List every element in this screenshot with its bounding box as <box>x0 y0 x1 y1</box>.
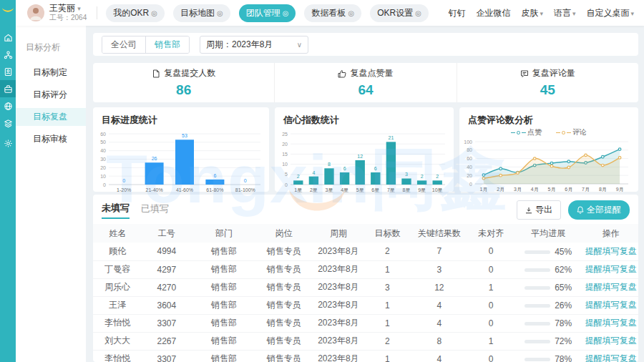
briefcase-icon[interactable] <box>0 80 16 97</box>
svg-text:2: 2 <box>297 174 300 179</box>
action-cell: 提醒填写复盘 <box>584 314 638 332</box>
bell-icon <box>577 206 584 214</box>
table-cell: 顾伦 <box>93 243 142 260</box>
table-cell: 4297 <box>142 260 192 278</box>
chevron-down-icon: ▾ <box>77 5 81 12</box>
svg-text:20: 20 <box>467 173 472 178</box>
target-ring-icon: ◎ <box>217 9 223 17</box>
table-row: 周乐心4270销售部销售专员2023年8月312165%提醒填写复盘 <box>93 278 638 296</box>
svg-text:50: 50 <box>100 140 106 145</box>
progress-bar <box>525 358 550 361</box>
tab-okr-settings[interactable]: OKR设置◎ <box>370 4 429 22</box>
table-cell: 2023年8月 <box>311 332 366 350</box>
menu-custom-desktop[interactable]: 自定义桌面▾ <box>586 7 634 19</box>
tab-filled[interactable]: 已填写 <box>141 202 169 218</box>
table-cell: 3 <box>366 278 409 296</box>
remind-fill-review-link[interactable]: 提醒填写复盘 <box>585 353 637 362</box>
tab-goal-map[interactable]: 目标地图◎ <box>173 4 230 22</box>
legend-likes[interactable]: 点赞 <box>511 127 542 137</box>
sidebar-item-goal-scoring[interactable]: 目标评分 <box>16 86 86 104</box>
svg-text:6: 6 <box>374 166 377 171</box>
column-header: 岗位 <box>257 224 311 243</box>
column-header: 操作 <box>584 224 638 243</box>
stat-review-comments: 复盘评论量 45 <box>457 63 638 102</box>
table-cell: 3307 <box>142 314 192 332</box>
chart-likes-comments: 点赞评论数分析 点赞 评论 0204060801001月2月3月4月5月6月7月… <box>459 107 638 192</box>
sidebar-item-goal-setting[interactable]: 目标制定 <box>16 64 86 82</box>
menu-label: 自定义桌面 <box>586 8 629 18</box>
table-cell: 销售专员 <box>257 260 311 278</box>
menu-wecom[interactable]: 企业微信 <box>476 7 510 19</box>
globe-icon[interactable] <box>0 97 16 114</box>
layers-icon[interactable] <box>0 114 16 132</box>
svg-text:2: 2 <box>436 174 439 179</box>
tab-label: 团队管理 <box>246 7 280 19</box>
user-name: 王芙丽 <box>49 3 75 13</box>
download-icon <box>525 207 532 214</box>
table-cell: 4 <box>409 296 469 314</box>
svg-text:30: 30 <box>100 157 106 162</box>
table-cell: 0 <box>469 296 513 314</box>
svg-text:60: 60 <box>467 156 472 161</box>
remind-fill-review-link[interactable]: 提醒填写复盘 <box>585 282 637 292</box>
target-ring-icon: ◎ <box>151 9 157 17</box>
remind-all-button[interactable]: 全部提醒 <box>568 200 630 220</box>
chart-goal-progress: 目标进度统计 010203040506001-20%2621-40%5341-6… <box>93 107 269 192</box>
chart-legend: 点赞 评论 <box>459 127 638 137</box>
progress-value: 65% <box>555 283 572 293</box>
svg-text:21: 21 <box>389 135 394 140</box>
tab-data-board[interactable]: 数据看板◎ <box>304 4 361 22</box>
chevron-down-icon: ▾ <box>630 10 634 17</box>
progress-cell: 72% <box>513 332 584 350</box>
menu-skin[interactable]: 皮肤▾ <box>521 7 543 19</box>
tab-label: OKR设置 <box>377 7 413 19</box>
progress-bar <box>525 250 550 254</box>
action-cell: 提醒填写复盘 <box>584 278 638 296</box>
org-tab-sales-dept[interactable]: 销售部 <box>145 36 189 53</box>
table-cell: 2023年8月 <box>311 350 366 362</box>
svg-text:5: 5 <box>285 172 288 177</box>
svg-text:4星: 4星 <box>341 187 348 192</box>
user-block[interactable]: 王芙丽 ▾ 工号：2064 <box>49 4 87 21</box>
tab-not-filled[interactable]: 未填写 <box>102 202 130 219</box>
org-tab-all-company[interactable]: 全公司 <box>102 36 145 53</box>
table-cell: 刘大大 <box>93 332 142 350</box>
table-cell: 1 <box>366 260 409 278</box>
progress-bar <box>525 340 550 343</box>
remind-fill-review-link[interactable]: 提醒填写复盘 <box>585 300 637 310</box>
export-button[interactable]: 导出 <box>517 200 561 220</box>
chart-confidence-index: 信心指数统计 051015202521星42星83星64星125星66星217星… <box>275 107 454 192</box>
tab-my-okr[interactable]: 我的OKR◎ <box>106 4 165 22</box>
svg-text:3: 3 <box>405 172 408 177</box>
table-cell: 0 <box>469 260 513 278</box>
progress-value: 72% <box>555 336 572 346</box>
svg-text:0: 0 <box>122 178 125 183</box>
stats-summary: 复盘提交人数 86 复盘点赞量 64 复盘评论量 45 <box>93 63 638 102</box>
menu-language[interactable]: 语言▾ <box>554 7 576 19</box>
table-cell: 2023年8月 <box>311 296 366 314</box>
gear-icon[interactable] <box>0 134 16 152</box>
table-cell: 周乐心 <box>93 278 142 296</box>
table-row: 李怡悦3307销售部销售专员2023年8月14078%提醒填写复盘 <box>93 350 638 362</box>
org-chart-icon[interactable] <box>0 46 16 63</box>
remind-fill-review-link[interactable]: 提醒填写复盘 <box>585 336 637 346</box>
table-row: 王泽3604销售部销售专员2023年8月14026%提醒填写复盘 <box>93 296 638 314</box>
home-icon[interactable] <box>0 29 16 46</box>
svg-text:20: 20 <box>100 165 106 170</box>
period-select[interactable]: 周期：2023年8月 ∨ <box>200 36 308 54</box>
menu-dingtalk[interactable]: 钉钉 <box>448 7 465 19</box>
avatar[interactable] <box>27 4 44 21</box>
action-cell: 提醒填写复盘 <box>584 260 638 278</box>
remind-fill-review-link[interactable]: 提醒填写复盘 <box>585 264 637 274</box>
document-icon <box>152 69 160 78</box>
legend-comments[interactable]: 评论 <box>556 127 587 137</box>
sidebar-item-goal-audit[interactable]: 目标审核 <box>16 130 86 148</box>
sidebar-item-goal-review[interactable]: 目标复盘 <box>16 108 86 126</box>
document-user-icon[interactable] <box>0 63 16 80</box>
review-table-card: 未填写 已填写 导出 全部提醒 姓名工号部门岗位周期目标数关键结果数未对齐平均进… <box>93 195 638 362</box>
svg-text:6月: 6月 <box>565 187 572 192</box>
remind-fill-review-link[interactable]: 提醒填写复盘 <box>585 318 637 328</box>
tab-team-management[interactable]: 团队管理◎ <box>239 4 296 22</box>
remind-fill-review-link[interactable]: 提醒填写复盘 <box>585 246 637 256</box>
legend-label: 评论 <box>572 127 587 137</box>
